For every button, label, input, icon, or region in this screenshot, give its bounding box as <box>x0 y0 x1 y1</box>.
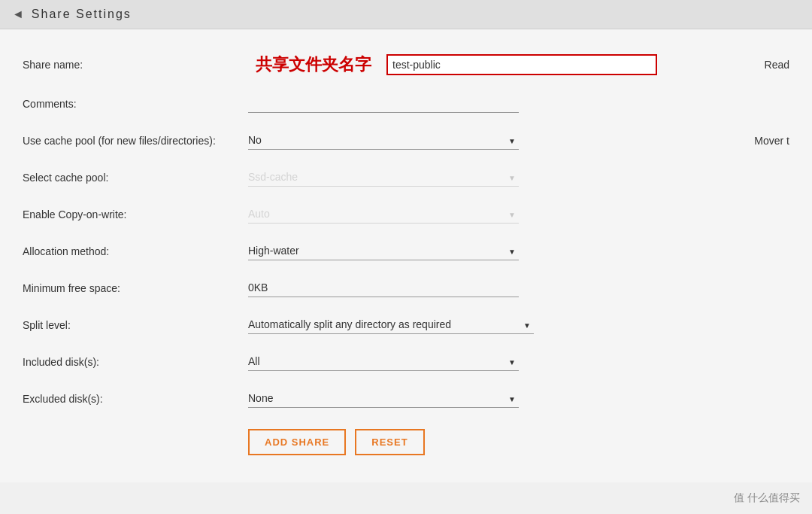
allocation-method-wrapper: High-water ▼ <box>248 242 519 260</box>
min-free-space-input[interactable] <box>248 278 519 297</box>
excluded-disks-control-area: None ▼ <box>248 389 789 408</box>
excluded-disks-row: Excluded disk(s): None ▼ <box>23 380 789 417</box>
copy-on-write-row: Enable Copy-on-write: Auto ▼ <box>23 196 789 233</box>
allocation-method-row: Allocation method: High-water ▼ <box>23 233 789 269</box>
page-title: Share Settings <box>32 8 132 21</box>
select-cache-pool-control-area: Ssd-cache ▼ <box>248 168 789 187</box>
min-free-space-control-area <box>248 278 789 297</box>
share-name-row: Share name: 共享文件夹名字 Read <box>23 44 789 85</box>
select-cache-pool-row: Select cache pool: Ssd-cache ▼ <box>23 159 789 196</box>
share-name-label: Share name: <box>23 59 248 71</box>
cache-pool-select[interactable]: No <box>248 131 519 150</box>
included-disks-control-area: All ▼ <box>248 352 789 371</box>
form-container: Share name: 共享文件夹名字 Read Comments: Use c… <box>0 29 812 482</box>
copy-on-write-control-area: Auto ▼ <box>248 205 789 224</box>
allocation-method-select[interactable]: High-water <box>248 242 519 260</box>
comments-label: Comments: <box>23 98 248 110</box>
included-disks-select[interactable]: All <box>248 352 519 371</box>
reset-button[interactable]: RESET <box>355 429 424 455</box>
comments-control-area <box>248 94 789 113</box>
back-icon[interactable]: ◄ <box>12 8 24 21</box>
excluded-disks-label: Excluded disk(s): <box>23 393 248 405</box>
included-disks-row: Included disk(s): All ▼ <box>23 343 789 380</box>
watermark: 值 什么值得买 <box>734 491 800 505</box>
excluded-disks-select[interactable]: None <box>248 389 519 408</box>
split-level-wrapper: Automatically split any directory as req… <box>248 315 534 334</box>
cache-pool-label: Use cache pool (for new files/directorie… <box>23 135 248 147</box>
copy-on-write-wrapper: Auto ▼ <box>248 205 519 224</box>
add-share-button[interactable]: ADD SHARE <box>248 429 346 455</box>
min-free-space-label: Minimum free space: <box>23 282 248 294</box>
copy-on-write-label: Enable Copy-on-write: <box>23 208 248 221</box>
select-cache-pool-label: Select cache pool: <box>23 172 248 184</box>
page-header: ◄ Share Settings <box>0 0 812 29</box>
allocation-method-control-area: High-water ▼ <box>248 242 789 260</box>
select-cache-pool-wrapper: Ssd-cache ▼ <box>248 168 519 187</box>
share-name-control-area: 共享文件夹名字 <box>248 53 789 76</box>
mover-label: Mover t <box>754 135 789 147</box>
min-free-space-row: Minimum free space: <box>23 269 789 306</box>
select-cache-pool-select[interactable]: Ssd-cache <box>248 168 519 187</box>
included-disks-label: Included disk(s): <box>23 356 248 368</box>
read-only-label: Read <box>765 59 789 71</box>
split-level-row: Split level: Automatically split any dir… <box>23 306 789 343</box>
share-name-input[interactable] <box>386 54 657 75</box>
comments-row: Comments: <box>23 85 789 122</box>
included-disks-wrapper: All ▼ <box>248 352 519 371</box>
cache-pool-control-area: No ▼ <box>248 131 789 150</box>
copy-on-write-select[interactable]: Auto <box>248 205 519 224</box>
split-level-select[interactable]: Automatically split any directory as req… <box>248 315 534 334</box>
comments-input[interactable] <box>248 94 519 113</box>
excluded-disks-wrapper: None ▼ <box>248 389 519 408</box>
split-level-control-area: Automatically split any directory as req… <box>248 315 789 334</box>
cache-pool-row: Use cache pool (for new files/directorie… <box>23 122 789 159</box>
buttons-row: ADD SHARE RESET <box>248 417 789 467</box>
cache-pool-select-wrapper: No ▼ <box>248 131 519 150</box>
share-name-annotation: 共享文件夹名字 <box>256 53 371 76</box>
split-level-label: Split level: <box>23 319 248 331</box>
allocation-method-label: Allocation method: <box>23 245 248 257</box>
